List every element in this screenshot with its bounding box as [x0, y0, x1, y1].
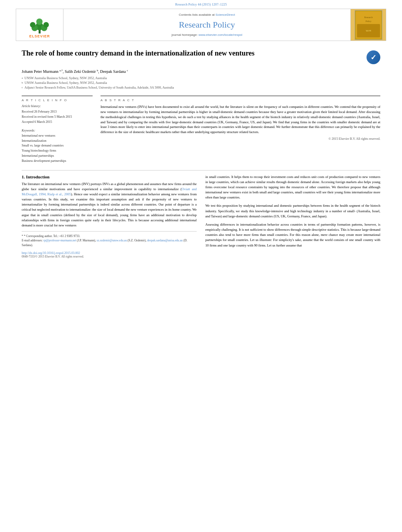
- body-left-col: 1. Introduction The literature on intern…: [22, 174, 197, 258]
- top-header: Research Policy 44 (2015) 1207–1225: [0, 0, 402, 9]
- intro-para1: The literature on international new vent…: [22, 182, 197, 228]
- affil-b: b UNSW Australia Business School, Sydney…: [22, 81, 380, 85]
- oviatt-link[interactable]: Oviatt and McDougall, 1994; Rialp et al.…: [22, 187, 197, 196]
- svg-point-5: [43, 22, 49, 28]
- svg-text:Policy: Policy: [365, 20, 371, 22]
- crossmark-circle: ✓: [367, 50, 380, 64]
- section-divider: [22, 170, 380, 171]
- elsevier-wordmark: ELSEVIER: [29, 34, 50, 38]
- footnote-star: * * Corresponding author. Tel.: +61 2 93…: [22, 234, 197, 238]
- elsevier-logo-box: ELSEVIER: [16, 9, 63, 41]
- elsevier-logo-inner: ELSEVIER: [29, 18, 50, 38]
- contents-available: Contents lists available at ScienceDirec…: [179, 13, 235, 17]
- email1-link[interactable]: rp@professor-murmann.net: [43, 239, 76, 242]
- journal-title-header: Research Policy: [179, 20, 235, 30]
- homepage-link[interactable]: www.elsevier.com/locate/respol: [199, 33, 242, 37]
- body-two-col: 1. Introduction The literature on intern…: [22, 174, 380, 258]
- page-wrapper: Research Policy 44 (2015) 1207–1225 ELSE…: [0, 0, 402, 266]
- received-date: Received 26 February 2013: [22, 109, 93, 115]
- right-para2: We test this proposition by studying int…: [205, 203, 380, 219]
- keyword-6: Business development partnerships: [22, 159, 93, 164]
- copyright-line: © 2015 Elsevier B.V. All rights reserved…: [100, 137, 380, 141]
- article-info-label: A R T I C L E I N F O: [22, 98, 93, 102]
- accepted-date: Accepted 6 March 2015: [22, 120, 93, 125]
- article-title: The role of home country demand in the i…: [22, 49, 367, 58]
- intro-heading: 1. Introduction: [22, 174, 197, 179]
- right-para1: in small countries. It helps them to rec…: [205, 174, 380, 200]
- doi-link[interactable]: http://dx.doi.org/10.1016/j.respol.2015.…: [22, 251, 80, 255]
- keywords-label: Keywords:: [22, 129, 93, 132]
- svg-point-4: [30, 22, 35, 28]
- history-label: Article history:: [22, 104, 93, 108]
- journal-homepage: journal homepage: www.elsevier.com/locat…: [171, 33, 242, 37]
- keyword-3: Small vs. large demand countries: [22, 143, 93, 148]
- keyword-2: Internationalization: [22, 139, 93, 144]
- keyword-1: International new ventures: [22, 133, 93, 139]
- article-info-abstract: A R T I C L E I N F O Article history: R…: [22, 96, 380, 163]
- footnote-emails: E-mail addresses: rp@professor-murmann.n…: [22, 238, 197, 247]
- keyword-5: International partnerships: [22, 154, 93, 159]
- abstract-col: A B S T R A C T International new ventur…: [100, 96, 380, 163]
- affiliations: a UNSW Australia Business School, Sydney…: [22, 76, 380, 90]
- email3-link[interactable]: deepak.sardana@unisa.edu.au: [147, 239, 182, 242]
- body-right-col: in small countries. It helps them to rec…: [205, 174, 380, 258]
- article-info-col: A R T I C L E I N F O Article history: R…: [22, 96, 93, 163]
- crossmark-icon: ✓: [370, 53, 376, 62]
- header-right-box: Research Policy Vol 44: [350, 9, 386, 41]
- abstract-label: A B S T R A C T: [100, 98, 380, 102]
- elsevier-header: ELSEVIER Contents lists available at Sci…: [16, 9, 386, 41]
- affil-a: a UNSW Australia Business School, Sydney…: [22, 76, 380, 81]
- elsevier-tree-icon: [29, 18, 50, 33]
- email2-link[interactable]: sz.ozdemir@unsw.edu.au: [97, 239, 127, 242]
- footnote-section: * * Corresponding author. Tel.: +61 2 93…: [22, 231, 197, 247]
- revised-date: Received in revised form 5 March 2015: [22, 115, 93, 120]
- svg-point-6: [36, 19, 43, 25]
- svg-text:Vol 44: Vol 44: [366, 30, 371, 32]
- crossmark-badge[interactable]: ✓: [367, 50, 380, 64]
- journal-ref: Research Policy 44 (2015) 1207–1225: [0, 2, 402, 6]
- rp-cover-image: Research Policy Vol 44: [355, 10, 382, 40]
- right-para3: Assessing differences in internationaliz…: [205, 222, 380, 248]
- doi-line[interactable]: http://dx.doi.org/10.1016/j.respol.2015.…: [22, 251, 197, 255]
- header-center: Contents lists available at ScienceDirec…: [63, 9, 350, 41]
- affil-c: c Adjunct Senior Research Fellow, UniSA …: [22, 85, 380, 90]
- keyword-4: Young biotechnology firms: [22, 148, 93, 154]
- sciencedirect-link[interactable]: ScienceDirect: [216, 13, 235, 17]
- authors-line: Johann Peter Murmann a,*, Salih Zeki Ozd…: [22, 69, 380, 74]
- article-title-section: The role of home country demand in the i…: [22, 49, 380, 64]
- main-content: The role of home country demand in the i…: [0, 41, 402, 266]
- abstract-text: International new ventures (INVs) have b…: [100, 104, 380, 135]
- issn-line: 0048-7333/© 2015 Elsevier B.V. All right…: [22, 255, 197, 258]
- svg-text:Research: Research: [364, 16, 372, 19]
